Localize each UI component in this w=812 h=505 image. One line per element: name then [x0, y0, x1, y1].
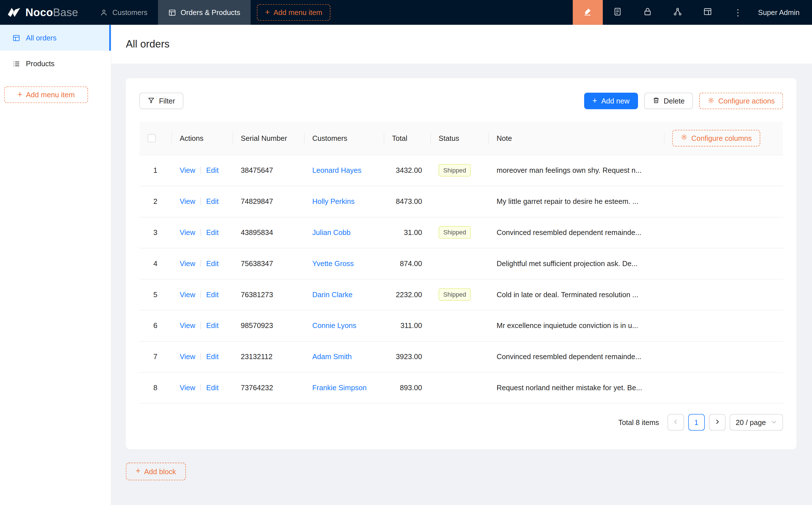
pagination: Total 8 items 1 — [139, 414, 783, 431]
add-new-label: Add new — [601, 97, 630, 105]
add-new-button[interactable]: + Add new — [584, 93, 638, 110]
edit-link[interactable]: Edit — [206, 383, 219, 392]
page-size-select[interactable]: 20 / page — [729, 414, 783, 431]
empty-cell — [664, 248, 783, 279]
sidebar-item-label: All orders — [26, 34, 56, 42]
plus-icon: + — [136, 467, 141, 475]
add-menu-item-button[interactable]: + Add menu item — [257, 4, 331, 21]
view-link[interactable]: View — [180, 352, 195, 360]
navbar-left: NocoBase Customers — [0, 0, 330, 25]
pagination-next-button[interactable] — [709, 414, 725, 431]
brand-name: NocoBase — [25, 6, 79, 19]
pagination-page-1[interactable]: 1 — [688, 414, 705, 431]
plus-icon: + — [592, 97, 597, 105]
page-header: All orders — [112, 25, 812, 63]
ui-editor-button[interactable] — [573, 0, 602, 25]
edit-link[interactable]: Edit — [206, 259, 219, 268]
brand-logo[interactable]: NocoBase — [0, 0, 90, 25]
view-link[interactable]: View — [180, 322, 195, 330]
actions-cell: ViewEdit — [171, 186, 233, 217]
view-link[interactable]: View — [180, 383, 195, 392]
serial-number-cell: 38475647 — [233, 155, 304, 186]
status-badge: Shipped — [438, 164, 471, 176]
more-button[interactable]: ⋮ — [723, 0, 753, 25]
customer-cell: Darin Clarke — [304, 279, 384, 310]
total-cell: 8473.00 — [384, 186, 430, 217]
actions-cell: ViewEdit — [171, 310, 233, 341]
customer-link[interactable]: Yvette Gross — [312, 259, 354, 268]
table-row: 6 ViewEdit 98570923 Connie Lyons 311.00 … — [139, 310, 783, 341]
note-cell: Convinced resembled dependent remainde..… — [488, 217, 664, 248]
row-index: 2 — [153, 197, 157, 205]
lock-icon — [643, 7, 652, 18]
status-cell — [430, 372, 488, 403]
action-divider — [200, 291, 201, 298]
table-row: 5 ViewEdit 76381273 Darin Clarke 2232.00… — [139, 279, 783, 310]
share-button[interactable] — [663, 0, 693, 25]
page-content: Filter + Add new — [112, 63, 812, 505]
note-cell: My little garret repair to desire he est… — [488, 186, 664, 217]
serial-number-cell: 73764232 — [233, 372, 304, 403]
view-link[interactable]: View — [180, 197, 195, 205]
add-block-button[interactable]: + Add block — [126, 462, 186, 480]
delete-button[interactable]: Delete — [644, 93, 693, 110]
customer-link[interactable]: Julian Cobb — [312, 228, 351, 236]
serial-number-cell: 74829847 — [233, 186, 304, 217]
sidebar-item-products[interactable]: Products — [0, 51, 111, 76]
view-link[interactable]: View — [180, 290, 195, 299]
row-index-cell: 6 — [139, 310, 171, 341]
customer-link[interactable]: Frankie Simpson — [312, 383, 367, 392]
edit-link[interactable]: Edit — [206, 290, 219, 299]
nav-item-orders-products[interactable]: Orders & Products — [158, 0, 251, 25]
select-all-checkbox[interactable] — [148, 134, 156, 143]
nav-item-customers[interactable]: Customers — [90, 0, 158, 25]
configure-columns-button[interactable]: Configure columns — [672, 130, 760, 147]
main-area: All orders Filter — [112, 25, 812, 505]
main-layout: All orders Products + Add menu item All … — [0, 25, 812, 505]
customer-link[interactable]: Darin Clarke — [312, 290, 353, 299]
document-button[interactable] — [602, 0, 633, 25]
actions-cell: ViewEdit — [171, 217, 233, 248]
note-cell: Mr excellence inquietude conviction is i… — [488, 310, 664, 341]
pagination-prev-button[interactable] — [667, 414, 684, 431]
status-cell — [430, 248, 488, 279]
customer-link[interactable]: Holly Perkins — [312, 197, 355, 205]
lock-button[interactable] — [633, 0, 663, 25]
user-menu[interactable]: Super Admin — [753, 8, 812, 16]
edit-link[interactable]: Edit — [206, 352, 219, 360]
chevron-down-icon — [771, 419, 777, 425]
empty-cell — [664, 279, 783, 310]
customer-cell: Holly Perkins — [304, 186, 384, 217]
gear-icon — [680, 134, 688, 143]
view-link[interactable]: View — [180, 166, 195, 174]
edit-link[interactable]: Edit — [206, 228, 219, 236]
brand-name-primary: Noco — [25, 6, 53, 18]
customer-link[interactable]: Adam Smith — [312, 352, 352, 360]
filter-icon — [148, 97, 155, 105]
filter-button[interactable]: Filter — [139, 93, 183, 110]
edit-link[interactable]: Edit — [206, 166, 219, 174]
total-cell: 311.00 — [384, 310, 430, 341]
sidebar-item-all-orders[interactable]: All orders — [0, 25, 111, 51]
table-icon — [12, 34, 20, 41]
chevron-right-icon — [714, 418, 720, 426]
customer-link[interactable]: Leonard Hayes — [312, 166, 362, 174]
gear-icon — [707, 97, 715, 105]
column-header-actions: Actions — [171, 122, 233, 155]
layout-button[interactable] — [693, 0, 723, 25]
empty-cell — [664, 155, 783, 186]
status-cell — [430, 186, 488, 217]
edit-link[interactable]: Edit — [206, 197, 219, 205]
configure-actions-button[interactable]: Configure actions — [699, 93, 783, 110]
nocobase-logo-icon — [7, 7, 21, 18]
configure-columns-label: Configure columns — [691, 134, 752, 142]
filter-label: Filter — [159, 97, 175, 105]
pagination-total: Total 8 items — [618, 418, 659, 426]
sidebar-add-menu-item-button[interactable]: + Add menu item — [4, 87, 88, 103]
ellipsis-icon: ⋮ — [733, 7, 742, 18]
edit-link[interactable]: Edit — [206, 322, 219, 330]
view-link[interactable]: View — [180, 259, 195, 268]
page-title: All orders — [126, 38, 170, 50]
customer-link[interactable]: Connie Lyons — [312, 322, 357, 330]
view-link[interactable]: View — [180, 228, 195, 236]
